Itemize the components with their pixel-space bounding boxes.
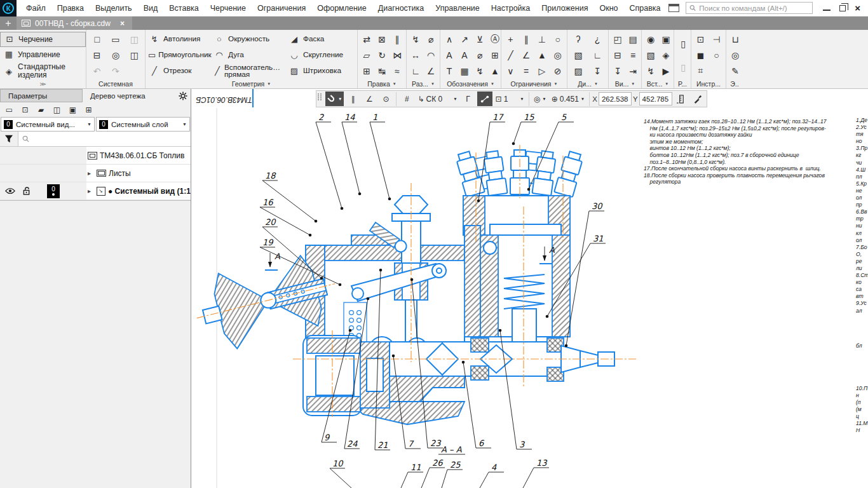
deform-tool[interactable]: ≈ xyxy=(390,64,405,78)
tab-parameters[interactable]: Параметры xyxy=(0,89,83,102)
datum-icon[interactable]: ⊻ xyxy=(472,32,487,46)
gear-icon[interactable] xyxy=(175,89,191,102)
coordinate-system-select[interactable]: ↳СК 0▼ xyxy=(416,92,459,106)
sheet-icon[interactable]: ▯ xyxy=(675,37,691,51)
leader-icon[interactable]: ↗ xyxy=(457,32,472,46)
snap-parallel-button[interactable]: ∥ xyxy=(345,92,360,106)
current-view-select[interactable]: 0 Системный вид... ▼ xyxy=(1,117,95,132)
measure-area-icon[interactable]: ▧ xyxy=(571,48,586,62)
panel-new-view-icon[interactable]: ▭ xyxy=(3,104,16,116)
autoline-tool[interactable]: ↯Автолиния xyxy=(146,31,210,47)
measure-corner-icon[interactable]: ∟ xyxy=(590,48,605,62)
menu-14[interactable]: Справка xyxy=(624,0,667,16)
panel-view-frame-icon[interactable]: ⊡ xyxy=(18,104,32,116)
menu-4[interactable]: Вид xyxy=(138,0,164,16)
fix-constraint-icon[interactable]: ▲ xyxy=(534,48,550,62)
save-icon[interactable]: ◫ xyxy=(126,32,142,46)
mesh-tool[interactable]: ⌗ xyxy=(693,64,709,78)
array-tool[interactable]: ⊞ xyxy=(359,64,374,78)
contour-tool[interactable]: ⊡ xyxy=(693,32,709,46)
insert-object-icon[interactable]: ▣ xyxy=(658,32,674,46)
linear-dimension-tool[interactable]: ↔ xyxy=(408,48,423,62)
view-manager-icon[interactable]: ▤ xyxy=(625,32,641,46)
auto-dimension-tool[interactable]: ↯ xyxy=(408,32,423,46)
parallel-constraint-icon[interactable]: ∥ xyxy=(519,32,534,46)
scale-tool[interactable]: ⋈ xyxy=(390,48,405,62)
zoom-scale-select[interactable]: ⊕0.451▼ xyxy=(550,92,587,106)
ordinate-dimension-tool[interactable]: ∟ xyxy=(408,64,423,78)
document-tab[interactable]: 00ТНВД - сборка.cdw × xyxy=(17,17,132,30)
command-search-input[interactable] xyxy=(699,4,809,12)
insert-picture-icon[interactable]: ▧ xyxy=(643,48,658,62)
menu-1[interactable]: Файл xyxy=(20,0,51,16)
toolbar-drag-handle[interactable] xyxy=(318,92,324,106)
y-coordinate-field[interactable]: 452.785 xyxy=(639,92,672,105)
segment-tool[interactable]: ╱Отрезок xyxy=(146,63,210,79)
tree-row-sheets[interactable]: ▸Листы xyxy=(0,165,191,182)
menu-12[interactable]: Приложения xyxy=(536,0,593,16)
snap-points-button[interactable] xyxy=(477,92,492,106)
perpendicular-constraint-icon[interactable]: ⊥ xyxy=(534,32,550,46)
menu-5[interactable]: Вставка xyxy=(163,0,204,16)
collinear-constraint-icon[interactable]: ▷ xyxy=(534,64,550,78)
arc-dimension-tool[interactable]: ◠ xyxy=(423,48,438,62)
cut-line-icon[interactable]: А xyxy=(457,48,472,62)
insert-view-icon[interactable]: ↧ xyxy=(610,64,625,78)
fillet-tool[interactable]: ◡Скругление xyxy=(285,47,356,63)
tree-row-system-view[interactable]: 0 ▸● Системный вид (1:1 xyxy=(0,182,191,200)
panel-fragment-icon[interactable]: ⊞ xyxy=(82,104,95,116)
insert-macro-icon[interactable]: ↯ xyxy=(643,64,658,78)
print-icon[interactable]: ⊟ xyxy=(90,48,105,62)
measure-point-icon[interactable]: ¿ xyxy=(590,32,605,46)
mirror-tool[interactable]: ↹ xyxy=(374,64,390,78)
current-layer-select[interactable]: 0 Системный слой ▼ xyxy=(96,117,190,132)
panel-layer-icon[interactable]: ▰ xyxy=(34,104,48,116)
menu-9[interactable]: Диагностика xyxy=(372,0,430,16)
measure-distance-icon[interactable]: ↧ xyxy=(590,64,605,78)
drawing-viewport[interactable]: .b{stroke:#1b84e8;fill:none;stroke-width… xyxy=(191,89,868,488)
new-tab-button[interactable]: + xyxy=(0,17,17,30)
measure-curve-icon[interactable]: ʔ xyxy=(571,32,586,46)
collapse-chevron-icon[interactable]: ≫ xyxy=(0,81,86,88)
copy-tool[interactable]: ▱ xyxy=(359,48,374,62)
mass-properties-icon[interactable]: ▨ xyxy=(571,64,586,78)
snap-point-button[interactable]: ⊙ xyxy=(378,92,393,106)
close-button[interactable]: × xyxy=(855,3,860,13)
lock-open-icon[interactable] xyxy=(23,187,31,195)
insert-symbol-icon[interactable]: ▶ xyxy=(658,64,674,78)
offset-tool[interactable]: ∥ xyxy=(390,32,405,46)
insert-fragment-icon[interactable]: ◉ xyxy=(643,32,658,46)
sidetab-drawing[interactable]: ⊡Черчение xyxy=(0,32,86,47)
rectangle-tool[interactable]: ▭Прямоугольник xyxy=(146,47,210,63)
expand-arrow-icon[interactable]: ▸ xyxy=(88,187,94,194)
undo-icon[interactable]: ↶ xyxy=(90,64,105,78)
chamfer-tool[interactable]: ◢Фаска xyxy=(285,31,356,47)
tangent-constraint-icon[interactable]: ○ xyxy=(550,32,566,46)
menu-10[interactable]: Управление xyxy=(430,0,485,16)
boss-tool[interactable]: ⊔ xyxy=(728,32,743,46)
eyedropper-button[interactable] xyxy=(690,92,705,106)
restore-button[interactable] xyxy=(839,5,846,11)
table-tool[interactable]: ▦ xyxy=(457,64,472,78)
new-document-icon[interactable]: □ xyxy=(90,32,105,46)
equal-constraint-icon[interactable]: = xyxy=(519,64,534,78)
panel-image-icon[interactable]: ▣ xyxy=(66,104,79,116)
minimize-button[interactable] xyxy=(823,5,831,11)
layers-icon[interactable]: ⊟ xyxy=(610,48,625,62)
grid-button[interactable]: # xyxy=(399,92,414,106)
hole-tool[interactable]: ◎ xyxy=(728,48,743,62)
snap-angle-button[interactable]: ∠ xyxy=(362,92,377,106)
region-tool[interactable]: ◼ xyxy=(693,48,709,62)
ortho-button[interactable]: Г xyxy=(461,92,476,106)
concentric-constraint-icon[interactable]: ◎ xyxy=(550,48,566,62)
panel-insert-view-icon[interactable]: ◫ xyxy=(50,104,64,116)
sidetab-standard-parts[interactable]: ◈Стандартные изделия xyxy=(0,62,86,81)
disable-constraint-icon[interactable]: ⊘ xyxy=(550,64,566,78)
horizontal-constraint-icon[interactable]: ╱ xyxy=(503,48,518,62)
menu-2[interactable]: Правка xyxy=(51,0,90,16)
open-document-icon[interactable]: ▭ xyxy=(108,32,123,46)
arc-tool[interactable]: ◠Дуга xyxy=(210,47,285,63)
roughness-icon[interactable]: ∧ xyxy=(442,32,457,46)
insert-region-icon[interactable]: ◈ xyxy=(658,48,674,62)
menu-11[interactable]: Настройка xyxy=(485,0,536,16)
